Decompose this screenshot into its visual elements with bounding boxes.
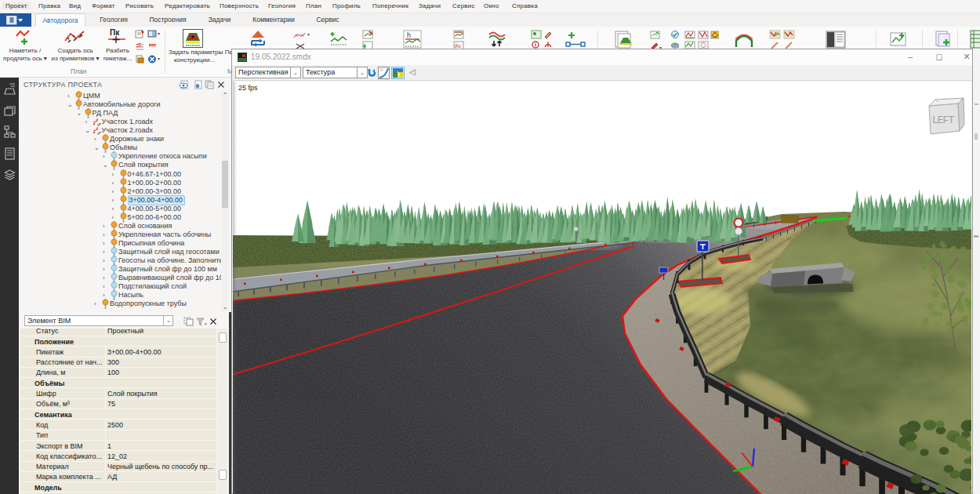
svg-text:LEFT: LEFT [932, 114, 954, 126]
svg-text:h: h [407, 31, 411, 39]
svg-text:йо: йо [455, 43, 461, 49]
svg-text:Пк: Пк [110, 28, 120, 37]
